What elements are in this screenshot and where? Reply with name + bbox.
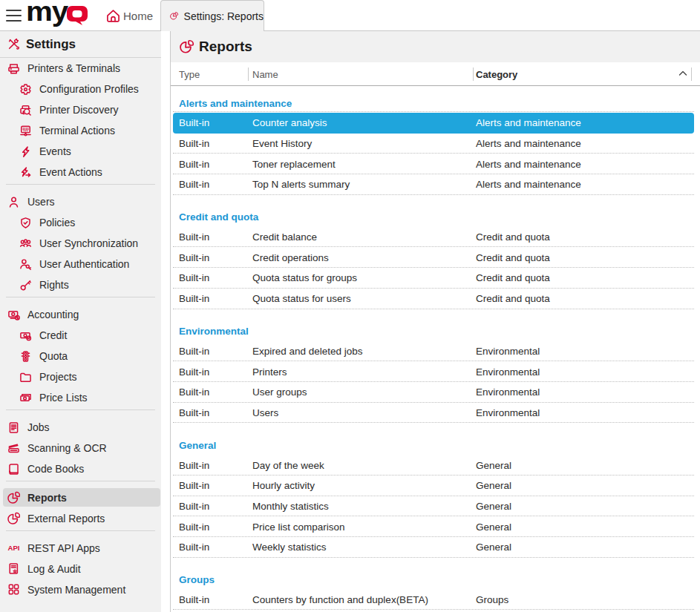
svg-text:API: API xyxy=(8,544,20,552)
